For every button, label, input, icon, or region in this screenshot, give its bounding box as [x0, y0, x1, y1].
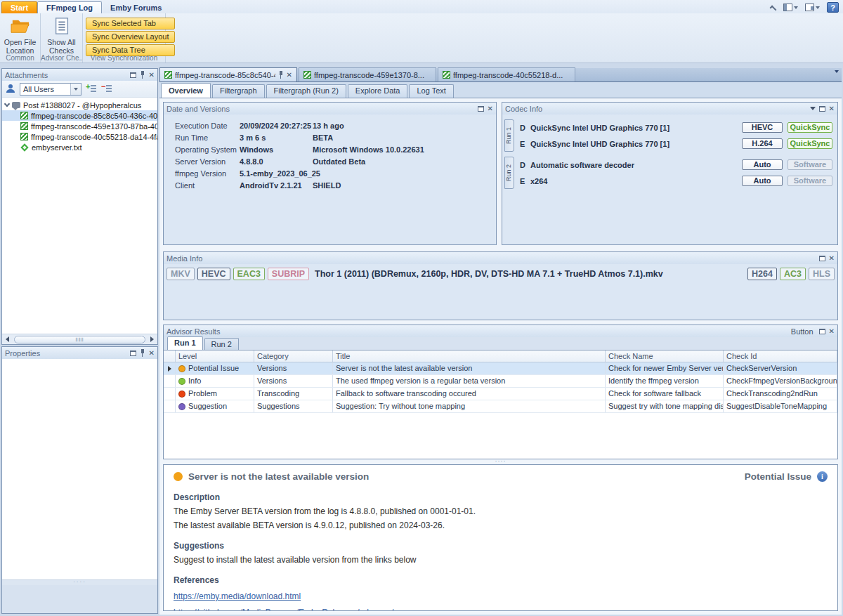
film-icon	[443, 71, 450, 79]
tab-filtergraph-run2[interactable]: Filtergraph (Run 2)	[266, 84, 346, 98]
level-dot-icon	[174, 472, 183, 481]
show-all-checks-button[interactable]: Show All Checks	[44, 15, 79, 55]
film-icon	[20, 112, 28, 119]
combo-dropdown-icon[interactable]	[70, 84, 81, 95]
user-filter-select[interactable]: All Users	[20, 83, 81, 96]
sidebar-footer-area	[2, 585, 157, 613]
detail-splitter[interactable]: ····	[163, 459, 838, 464]
column-level[interactable]: Level	[176, 350, 254, 362]
scroll-right-icon[interactable]	[147, 336, 157, 342]
close-icon[interactable]: ✕	[829, 255, 835, 262]
ribbon-tab-emby-forums[interactable]: Emby Forums	[102, 2, 170, 13]
ribbon-tab-ffmpeg-log[interactable]: FFmpeg Log	[37, 1, 102, 13]
column-category[interactable]: Category	[254, 350, 333, 362]
tree-item-transcode-3[interactable]: ffmpeg-transcode-40c55218-da14-4fa8	[2, 131, 157, 142]
advisor-tab-run1[interactable]: Run 1	[167, 336, 203, 350]
ribbon-group-view-sync: Sync Selected Tab Sync Overview Layout S…	[83, 13, 166, 63]
expand-tree-button[interactable]: +	[86, 84, 97, 94]
attachments-title: Attachments	[5, 71, 126, 79]
video-codec-badge: HEVC	[197, 268, 230, 280]
advisor-run-tabs: Run 1 Run 2	[164, 337, 837, 350]
description-line: The lastest available BETA version is 4.…	[174, 520, 828, 530]
scrollbar-thumb[interactable]: ⦀⦀⦀	[14, 336, 145, 343]
tree-item-transcode-2[interactable]: ffmpeg-transcode-459e1370-87ba-40c	[2, 121, 157, 131]
attachments-toolbar: All Users + −	[2, 81, 157, 98]
scroll-left-icon[interactable]	[2, 336, 13, 342]
pin-icon[interactable]	[140, 71, 145, 79]
table-row[interactable]: Suggestion Suggestions Suggestion: Try w…	[164, 400, 837, 413]
media-info-title: Media Info	[166, 254, 816, 263]
close-icon[interactable]: ✕	[287, 72, 292, 79]
column-title[interactable]: Title	[333, 350, 606, 362]
sidebar-splitter[interactable]: ····	[2, 579, 157, 585]
method-badge: QuickSync	[788, 122, 832, 133]
run2-vertical-tab[interactable]: Run 2	[504, 157, 514, 189]
codec-badge: H.264	[742, 138, 783, 149]
close-icon[interactable]: ✕	[829, 328, 835, 335]
ribbon-body: Open File Location Common Show All Check…	[0, 13, 843, 63]
reference-link[interactable]: https://github.com/MediaBrowser/Emby.Rel…	[174, 608, 393, 611]
open-file-location-button[interactable]: Open File Location	[3, 15, 37, 55]
advisor-button[interactable]: Button	[791, 327, 813, 336]
pin-icon[interactable]	[278, 71, 284, 79]
tab-log-text[interactable]: Log Text	[409, 84, 453, 98]
table-row[interactable]: Potential Issue Versions Server is not t…	[164, 362, 837, 375]
collapse-tree-button[interactable]: −	[101, 84, 112, 94]
column-check-id[interactable]: Check Id	[724, 350, 837, 362]
chevron-down-icon[interactable]	[4, 101, 10, 107]
sync-overview-layout-button[interactable]: Sync Overview Layout	[86, 31, 175, 43]
window-list-button[interactable]	[805, 4, 820, 11]
description-heading: Description	[174, 492, 828, 502]
advisor-tab-run2[interactable]: Run 2	[204, 338, 239, 350]
sidebar: Attachments ✕ All Users + − Po	[1, 68, 158, 614]
film-icon	[303, 71, 311, 79]
codec-badge: HEVC	[742, 122, 783, 133]
tree-item-embyserver[interactable]: embyserver.txt	[2, 142, 157, 152]
codec-info-title: Codec Info	[505, 105, 806, 113]
close-icon[interactable]: ✕	[829, 105, 835, 112]
check-detail-panel: Server is not the latest available versi…	[163, 464, 838, 611]
tab-list-dropdown-icon[interactable]	[835, 73, 839, 81]
attachments-tree: Post #1388027 - @Hypopheralcus ffmpeg-tr…	[2, 98, 157, 334]
close-icon[interactable]: ✕	[149, 72, 155, 79]
ribbon-group-common: Open File Location Common	[0, 13, 41, 63]
sync-selected-tab-button[interactable]: Sync Selected Tab	[86, 18, 175, 30]
table-row[interactable]: Info Versions The used ffmpeg version is…	[164, 375, 837, 388]
group-label-advisor-checks: Advisor Che...	[41, 54, 82, 62]
maximize-icon[interactable]	[819, 256, 825, 261]
reference-link[interactable]: https://emby.media/download.html	[174, 591, 301, 601]
maximize-icon[interactable]	[819, 106, 825, 112]
maximize-icon[interactable]	[130, 350, 136, 356]
document-tab-2[interactable]: ffmpeg-transcode-459e1370-8...	[299, 67, 436, 81]
document-tab-1[interactable]: ffmpeg-transcode-85c8c540-4... ✕	[159, 67, 297, 81]
indicator-column	[164, 350, 176, 362]
help-button[interactable]: ?	[827, 2, 839, 13]
tab-filtergraph[interactable]: Filtergraph	[212, 84, 265, 98]
close-icon[interactable]: ✕	[488, 105, 493, 112]
layout-selector-button[interactable]	[783, 4, 798, 11]
document-tab-3[interactable]: ffmpeg-transcode-40c55218-d...	[438, 67, 575, 81]
checklist-icon	[53, 17, 71, 37]
codec-row: E QuickSync Intel UHD Graphics 770 [1] H…	[514, 137, 834, 151]
collapse-ribbon-icon[interactable]	[770, 5, 776, 11]
ribbon-tab-start[interactable]: Start	[1, 1, 37, 13]
tab-overview[interactable]: Overview	[161, 83, 211, 98]
tree-item-transcode-1[interactable]: ffmpeg-transcode-85c8c540-436c-40be	[2, 110, 157, 121]
pin-icon[interactable]	[140, 349, 145, 357]
info-icon[interactable]: i	[817, 471, 828, 482]
media-info-body: MKV HEVC EAC3 SUBRIP Thor 1 (2011) (BDRe…	[164, 264, 837, 284]
column-check-name[interactable]: Check Name	[606, 350, 724, 362]
maximize-icon[interactable]	[130, 72, 136, 78]
table-row[interactable]: Problem Transcoding Fallback to software…	[164, 388, 837, 400]
close-icon[interactable]: ✕	[149, 350, 155, 357]
maximize-icon[interactable]	[478, 106, 484, 112]
maximize-icon[interactable]	[819, 329, 825, 334]
overview-content: Date and Versions ✕ Execution Date20/09/…	[159, 98, 842, 615]
dropdown-icon[interactable]	[810, 107, 816, 110]
horizontal-scrollbar[interactable]: ⦀⦀⦀	[2, 334, 157, 344]
level-dot-icon	[178, 378, 185, 385]
run1-vertical-tab[interactable]: Run 1	[504, 119, 514, 152]
tree-root-post[interactable]: Post #1388027 - @Hypopheralcus	[2, 100, 157, 110]
codec-row: E x264 Auto Software	[514, 174, 834, 188]
tab-explore-data[interactable]: Explore Data	[348, 84, 408, 98]
